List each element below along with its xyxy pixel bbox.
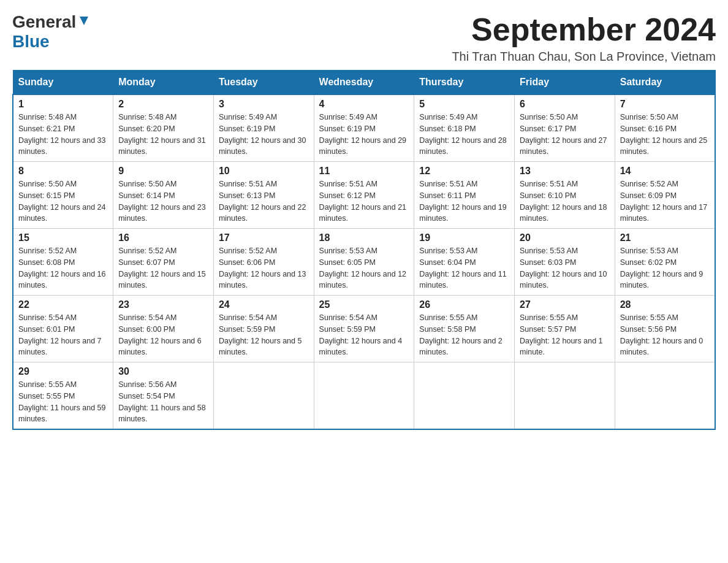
calendar-day-cell: 25Sunrise: 5:54 AMSunset: 5:59 PMDayligh… (314, 296, 414, 362)
day-number: 6 (520, 99, 610, 110)
calendar-body: 1Sunrise: 5:48 AMSunset: 6:21 PMDaylight… (13, 94, 715, 429)
day-number: 21 (620, 232, 710, 243)
day-number: 26 (419, 299, 509, 310)
day-number: 23 (118, 299, 208, 310)
calendar-day-cell: 8Sunrise: 5:50 AMSunset: 6:15 PMDaylight… (13, 162, 113, 229)
day-info: Sunrise: 5:54 AMSunset: 5:59 PMDaylight:… (319, 312, 409, 358)
day-info: Sunrise: 5:49 AMSunset: 6:18 PMDaylight:… (419, 112, 509, 158)
day-info: Sunrise: 5:52 AMSunset: 6:06 PMDaylight:… (219, 245, 309, 291)
day-info: Sunrise: 5:50 AMSunset: 6:17 PMDaylight:… (520, 112, 610, 158)
calendar-day-cell: 28Sunrise: 5:55 AMSunset: 5:56 PMDayligh… (615, 296, 715, 362)
calendar-day-cell: 3Sunrise: 5:49 AMSunset: 6:19 PMDaylight… (213, 94, 314, 162)
day-number: 5 (419, 99, 509, 110)
calendar-day-cell: 15Sunrise: 5:52 AMSunset: 6:08 PMDayligh… (13, 229, 113, 296)
day-info: Sunrise: 5:55 AMSunset: 5:57 PMDaylight:… (520, 312, 610, 358)
day-info: Sunrise: 5:49 AMSunset: 6:19 PMDaylight:… (319, 112, 409, 158)
day-info: Sunrise: 5:52 AMSunset: 6:07 PMDaylight:… (118, 245, 208, 291)
day-number: 25 (319, 299, 409, 310)
calendar-table: SundayMondayTuesdayWednesdayThursdayFrid… (12, 70, 716, 430)
calendar-day-cell: 26Sunrise: 5:55 AMSunset: 5:58 PMDayligh… (414, 296, 515, 362)
calendar-day-cell: 11Sunrise: 5:51 AMSunset: 6:12 PMDayligh… (314, 162, 414, 229)
calendar-week-row: 8Sunrise: 5:50 AMSunset: 6:15 PMDaylight… (13, 162, 715, 229)
day-info: Sunrise: 5:49 AMSunset: 6:19 PMDaylight:… (219, 112, 309, 158)
calendar-day-cell: 10Sunrise: 5:51 AMSunset: 6:13 PMDayligh… (213, 162, 314, 229)
day-number: 30 (118, 366, 208, 377)
day-info: Sunrise: 5:55 AMSunset: 5:56 PMDaylight:… (620, 312, 710, 358)
calendar-day-cell (414, 362, 515, 430)
calendar-week-row: 22Sunrise: 5:54 AMSunset: 6:01 PMDayligh… (13, 296, 715, 362)
day-info: Sunrise: 5:55 AMSunset: 5:58 PMDaylight:… (419, 312, 509, 358)
day-of-week-header: Saturday (615, 71, 715, 95)
logo-arrow-icon (77, 14, 91, 28)
day-info: Sunrise: 5:52 AMSunset: 6:09 PMDaylight:… (620, 178, 710, 224)
day-number: 19 (419, 232, 509, 243)
day-number: 3 (219, 99, 309, 110)
calendar-header: SundayMondayTuesdayWednesdayThursdayFrid… (13, 71, 715, 95)
day-number: 27 (520, 299, 610, 310)
calendar-day-cell: 20Sunrise: 5:53 AMSunset: 6:03 PMDayligh… (515, 229, 615, 296)
calendar-day-cell: 12Sunrise: 5:51 AMSunset: 6:11 PMDayligh… (414, 162, 515, 229)
day-info: Sunrise: 5:52 AMSunset: 6:08 PMDaylight:… (18, 245, 108, 291)
location-subtitle: Thi Tran Thuan Chau, Son La Province, Vi… (452, 50, 716, 64)
calendar-day-cell: 5Sunrise: 5:49 AMSunset: 6:18 PMDaylight… (414, 94, 515, 162)
day-info: Sunrise: 5:51 AMSunset: 6:12 PMDaylight:… (319, 178, 409, 224)
calendar-day-cell: 17Sunrise: 5:52 AMSunset: 6:06 PMDayligh… (213, 229, 314, 296)
day-number: 29 (18, 366, 108, 377)
calendar-day-cell: 19Sunrise: 5:53 AMSunset: 6:04 PMDayligh… (414, 229, 515, 296)
day-info: Sunrise: 5:50 AMSunset: 6:15 PMDaylight:… (18, 178, 108, 224)
day-number: 2 (118, 99, 208, 110)
day-info: Sunrise: 5:48 AMSunset: 6:20 PMDaylight:… (118, 112, 208, 158)
calendar-day-cell (213, 362, 314, 430)
calendar-day-cell: 30Sunrise: 5:56 AMSunset: 5:54 PMDayligh… (113, 362, 214, 430)
page-header: General Blue September 2024 Thi Tran Thu… (12, 12, 716, 64)
day-number: 18 (319, 232, 409, 243)
calendar-day-cell: 7Sunrise: 5:50 AMSunset: 6:16 PMDaylight… (615, 94, 715, 162)
calendar-day-cell: 14Sunrise: 5:52 AMSunset: 6:09 PMDayligh… (615, 162, 715, 229)
calendar-day-cell: 22Sunrise: 5:54 AMSunset: 6:01 PMDayligh… (13, 296, 113, 362)
day-of-week-header: Thursday (414, 71, 515, 95)
day-info: Sunrise: 5:56 AMSunset: 5:54 PMDaylight:… (118, 379, 208, 425)
day-info: Sunrise: 5:54 AMSunset: 6:01 PMDaylight:… (18, 312, 108, 358)
day-number: 20 (520, 232, 610, 243)
day-number: 4 (319, 99, 409, 110)
day-info: Sunrise: 5:51 AMSunset: 6:11 PMDaylight:… (419, 178, 509, 224)
calendar-week-row: 15Sunrise: 5:52 AMSunset: 6:08 PMDayligh… (13, 229, 715, 296)
day-info: Sunrise: 5:50 AMSunset: 6:14 PMDaylight:… (118, 178, 208, 224)
calendar-day-cell (515, 362, 615, 430)
day-number: 22 (18, 299, 108, 310)
calendar-day-cell: 4Sunrise: 5:49 AMSunset: 6:19 PMDaylight… (314, 94, 414, 162)
day-number: 7 (620, 99, 710, 110)
day-info: Sunrise: 5:53 AMSunset: 6:04 PMDaylight:… (419, 245, 509, 291)
day-info: Sunrise: 5:51 AMSunset: 6:13 PMDaylight:… (219, 178, 309, 224)
day-number: 24 (219, 299, 309, 310)
header-row: SundayMondayTuesdayWednesdayThursdayFrid… (13, 71, 715, 95)
day-info: Sunrise: 5:53 AMSunset: 6:03 PMDaylight:… (520, 245, 610, 291)
day-info: Sunrise: 5:48 AMSunset: 6:21 PMDaylight:… (18, 112, 108, 158)
day-number: 10 (219, 166, 309, 177)
logo-general-text: General (12, 12, 76, 32)
calendar-day-cell: 2Sunrise: 5:48 AMSunset: 6:20 PMDaylight… (113, 94, 214, 162)
day-info: Sunrise: 5:53 AMSunset: 6:02 PMDaylight:… (620, 245, 710, 291)
day-number: 16 (118, 232, 208, 243)
calendar-day-cell: 9Sunrise: 5:50 AMSunset: 6:14 PMDaylight… (113, 162, 214, 229)
day-number: 13 (520, 166, 610, 177)
day-info: Sunrise: 5:54 AMSunset: 6:00 PMDaylight:… (118, 312, 208, 358)
calendar-day-cell: 21Sunrise: 5:53 AMSunset: 6:02 PMDayligh… (615, 229, 715, 296)
calendar-day-cell (314, 362, 414, 430)
day-number: 8 (18, 166, 108, 177)
calendar-day-cell: 1Sunrise: 5:48 AMSunset: 6:21 PMDaylight… (13, 94, 113, 162)
day-number: 28 (620, 299, 710, 310)
title-block: September 2024 Thi Tran Thuan Chau, Son … (452, 12, 716, 64)
logo-blue-text: Blue (12, 32, 91, 52)
day-of-week-header: Monday (113, 71, 214, 95)
day-info: Sunrise: 5:55 AMSunset: 5:55 PMDaylight:… (18, 379, 108, 425)
day-info: Sunrise: 5:54 AMSunset: 5:59 PMDaylight:… (219, 312, 309, 358)
day-info: Sunrise: 5:51 AMSunset: 6:10 PMDaylight:… (520, 178, 610, 224)
calendar-day-cell: 13Sunrise: 5:51 AMSunset: 6:10 PMDayligh… (515, 162, 615, 229)
svg-marker-0 (80, 17, 88, 25)
day-of-week-header: Wednesday (314, 71, 414, 95)
calendar-day-cell: 16Sunrise: 5:52 AMSunset: 6:07 PMDayligh… (113, 229, 214, 296)
day-of-week-header: Friday (515, 71, 615, 95)
logo: General Blue (12, 12, 91, 52)
day-number: 12 (419, 166, 509, 177)
